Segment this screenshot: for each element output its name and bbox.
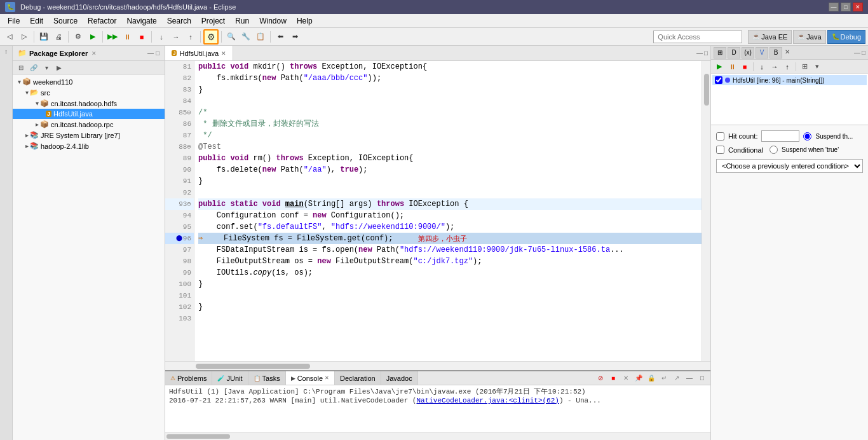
pkg-maximize-icon[interactable]: □ xyxy=(156,50,159,57)
menu-navigate[interactable]: Navigate xyxy=(121,15,161,27)
console-tab-close[interactable]: ✕ xyxy=(325,375,329,381)
tb-debug-button[interactable]: ⚙ xyxy=(71,30,85,44)
editor-tab-hdfsutil[interactable]: J HdfsUtil.java ✕ xyxy=(165,46,233,60)
bottom-tab-declaration[interactable]: Declaration xyxy=(335,371,381,385)
suspend-true-radio[interactable] xyxy=(770,146,778,154)
menu-refactor[interactable]: Refactor xyxy=(83,15,121,27)
tree-item-src[interactable]: ▾ 📂 src xyxy=(13,87,165,98)
line-num-99: 99 xyxy=(165,267,194,278)
bottom-tab-tasks[interactable]: 📋 Tasks xyxy=(248,371,286,385)
tree-item-hadoop-lib[interactable]: ▸ 📚 hadoop-2.4.1lib xyxy=(13,141,165,151)
tb-suspend-button[interactable]: ⏸ xyxy=(120,30,134,44)
perspective-debug-button[interactable]: 🐛 Debug xyxy=(827,30,865,44)
pkg-forward-button[interactable]: ▶ xyxy=(53,62,65,74)
menu-window[interactable]: Window xyxy=(254,15,292,27)
quick-access-input[interactable] xyxy=(653,31,742,43)
tree-item-hdfs-package[interactable]: ▾ 📦 cn.itcast.hadoop.hdfs xyxy=(13,98,165,109)
debug-viewmenu-btn[interactable]: ▾ xyxy=(811,61,823,72)
tb-misc5-button[interactable]: ➡ xyxy=(288,30,302,44)
code-editor[interactable]: public void mkdir() throws Exception, IO… xyxy=(194,61,702,361)
tb-back-button[interactable]: ◁ xyxy=(3,30,17,44)
jre-label: JRE System Library [jre7] xyxy=(41,132,120,139)
debug-stepover-btn[interactable]: → xyxy=(769,61,780,72)
condition-select[interactable]: <Choose a previously entered condition> xyxy=(716,159,863,173)
tb-resume-button[interactable]: ▶▶ xyxy=(105,30,119,44)
editor-hscrollbar[interactable] xyxy=(165,361,710,370)
tb-misc4-button[interactable]: ⬅ xyxy=(273,30,287,44)
hit-count-input[interactable] xyxy=(761,130,799,142)
console-maximize-button[interactable]: □ xyxy=(696,373,708,384)
editor-tab-close-icon[interactable]: ✕ xyxy=(221,50,226,57)
console-link[interactable]: NativeCodeLoader.java:<clinit>(62) xyxy=(416,397,559,404)
menu-file[interactable]: File xyxy=(3,15,25,27)
debug-resume-btn[interactable]: ▶ xyxy=(714,61,725,72)
hit-count-checkbox[interactable] xyxy=(716,132,724,141)
console-stop-button[interactable]: ✕ xyxy=(620,373,632,384)
console-clear-button[interactable]: ⊘ xyxy=(595,373,606,384)
tb-save-button[interactable]: 💾 xyxy=(37,30,51,44)
tb-run-button[interactable]: ▶ xyxy=(86,30,100,44)
console-hscrollbar[interactable] xyxy=(165,432,710,440)
tb-stepover-button[interactable]: → xyxy=(169,30,183,44)
tree-item-rpc-package[interactable]: ▸ 📦 cn.itcast.hadoop.rpc xyxy=(13,119,165,130)
tb-misc2-button[interactable]: 🔧 xyxy=(239,30,253,44)
debug-stack-item[interactable]: HdfsUtil [line: 96] - main(String[]) xyxy=(712,75,867,85)
editor-vscrollbar[interactable] xyxy=(702,61,710,361)
bottom-tab-console[interactable]: ▶ Console ✕ xyxy=(286,371,335,385)
tree-item-hdfsutil[interactable]: J HdfsUtil.java xyxy=(13,109,165,119)
right-panel-btn3[interactable]: (x) xyxy=(742,47,754,58)
tb-forward-button[interactable]: ▷ xyxy=(17,30,31,44)
bottom-tab-junit[interactable]: 🧪 JUnit xyxy=(212,371,248,385)
tb-terminate-button[interactable]: ■ xyxy=(135,30,149,44)
debug-stepreturn-btn[interactable]: ↑ xyxy=(782,61,793,72)
pkg-link-button[interactable]: 🔗 xyxy=(28,62,39,74)
conditional-checkbox[interactable] xyxy=(716,146,724,154)
tb-misc3-button[interactable]: 📋 xyxy=(254,30,268,44)
console-terminate-button[interactable]: ■ xyxy=(607,373,619,384)
right-panel-btn5[interactable]: B xyxy=(770,47,782,58)
tb-stepreturn-button[interactable]: ↑ xyxy=(184,30,198,44)
right-panel-btn4[interactable]: V xyxy=(756,47,768,58)
console-minimize-button[interactable]: — xyxy=(684,373,695,384)
tb-stepinto-button[interactable]: ↓ xyxy=(154,30,168,44)
debug-suspend-btn[interactable]: ⏸ xyxy=(726,61,738,72)
maximize-button[interactable]: □ xyxy=(841,3,851,11)
pkg-collapse-all-button[interactable]: ⊟ xyxy=(15,62,27,74)
debug-terminate-btn[interactable]: ■ xyxy=(739,61,750,72)
menu-project[interactable]: Project xyxy=(196,15,230,27)
tree-item-weekend110[interactable]: ▾ 📦 weekend110 xyxy=(13,76,165,87)
perspective-java-button[interactable]: ☕ Java xyxy=(793,30,825,44)
close-button[interactable]: ✕ xyxy=(853,3,863,11)
pkg-minimize-icon[interactable]: — xyxy=(147,50,154,57)
bottom-tab-problems[interactable]: ⚠ Problems xyxy=(165,371,212,385)
console-open-button[interactable]: ↗ xyxy=(671,373,682,384)
console-pin-button[interactable]: 📌 xyxy=(633,373,644,384)
bottom-tab-javadoc[interactable]: Javadoc xyxy=(381,371,418,385)
vert-tab-restore[interactable]: ↕ xyxy=(4,48,8,55)
minimize-button[interactable]: — xyxy=(829,3,839,11)
tb-settings-button[interactable]: ⚙ xyxy=(203,29,219,45)
pkg-view-menu-button[interactable]: ▾ xyxy=(41,62,52,74)
menu-search[interactable]: Search xyxy=(162,15,196,27)
right-panel-minimize[interactable]: — xyxy=(854,49,860,56)
right-panel-btn1[interactable]: ⊞ xyxy=(714,47,726,58)
menu-run[interactable]: Run xyxy=(230,15,254,27)
debug-collapse-btn[interactable]: ⊞ xyxy=(799,61,810,72)
debug-stepinto-btn[interactable]: ↓ xyxy=(756,61,768,72)
right-panel-btn2[interactable]: D xyxy=(728,47,740,58)
right-panel-maximize[interactable]: □ xyxy=(862,49,865,56)
console-wordwrap-button[interactable]: ↵ xyxy=(658,373,670,384)
menu-help[interactable]: Help xyxy=(292,15,318,27)
menu-source[interactable]: Source xyxy=(48,15,83,27)
editor-minimize-icon[interactable]: — xyxy=(696,50,703,57)
editor-maximize-icon[interactable]: □ xyxy=(704,50,708,57)
tree-item-jre[interactable]: ▸ 📚 JRE System Library [jre7] xyxy=(13,130,165,141)
debug-stack-checkbox[interactable] xyxy=(715,76,722,84)
right-panel-close[interactable]: ✕ xyxy=(785,48,794,57)
perspective-javaee-button[interactable]: ☕ Java EE xyxy=(748,30,792,44)
tb-print-button[interactable]: 🖨 xyxy=(51,30,65,44)
menu-edit[interactable]: Edit xyxy=(25,15,48,27)
tb-misc1-button[interactable]: 🔍 xyxy=(224,30,238,44)
console-scroll-lock-button[interactable]: 🔒 xyxy=(646,373,657,384)
suspend-thread-radio[interactable] xyxy=(803,132,811,141)
